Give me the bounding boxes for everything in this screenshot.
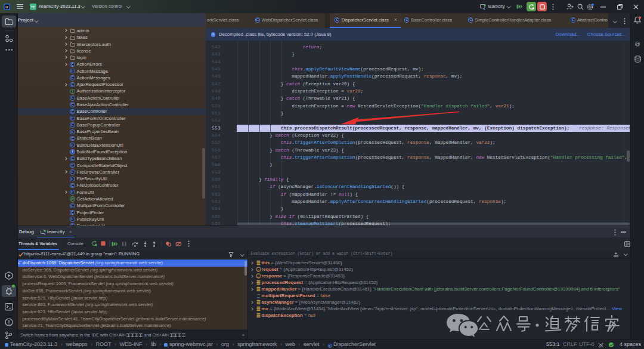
- svg-text:TC: TC: [31, 5, 35, 9]
- svg-text:01: 01: [257, 296, 261, 298]
- svg-text:U: U: [5, 5, 8, 9]
- svg-text:p: p: [258, 274, 259, 278]
- svg-text:p: p: [258, 268, 259, 271]
